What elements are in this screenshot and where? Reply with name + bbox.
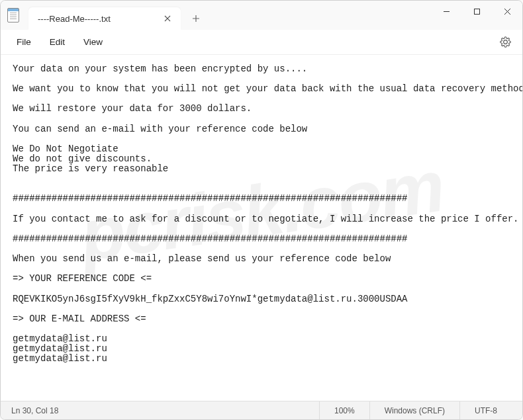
text-editor-content[interactable]: Your data on your system has been encryp… xyxy=(1,55,522,401)
status-encoding: UTF-8 xyxy=(459,401,512,419)
new-tab-button[interactable] xyxy=(185,7,207,30)
titlebar: ----Read-Me-----.txt xyxy=(1,1,522,30)
gear-icon xyxy=(500,36,511,48)
tab-title: ----Read-Me-----.txt xyxy=(38,14,161,24)
maximize-button[interactable] xyxy=(461,1,492,22)
status-zoom[interactable]: 100% xyxy=(319,401,369,419)
status-line-ending: Windows (CRLF) xyxy=(369,401,459,419)
settings-button[interactable] xyxy=(495,32,516,53)
statusbar: Ln 30, Col 18 100% Windows (CRLF) UTF-8 xyxy=(1,401,522,419)
status-position: Ln 30, Col 18 xyxy=(11,406,319,415)
window-controls xyxy=(431,1,522,30)
menu-edit[interactable]: Edit xyxy=(40,33,74,51)
menu-view[interactable]: View xyxy=(74,33,112,51)
notepad-icon xyxy=(7,8,19,22)
close-tab-icon[interactable] xyxy=(161,12,174,25)
document-tab[interactable]: ----Read-Me-----.txt xyxy=(28,7,181,30)
svg-rect-0 xyxy=(474,9,479,14)
minimize-button[interactable] xyxy=(431,1,461,22)
menu-file[interactable]: File xyxy=(7,33,40,51)
menubar: File Edit View xyxy=(1,30,522,55)
close-window-button[interactable] xyxy=(492,1,522,22)
